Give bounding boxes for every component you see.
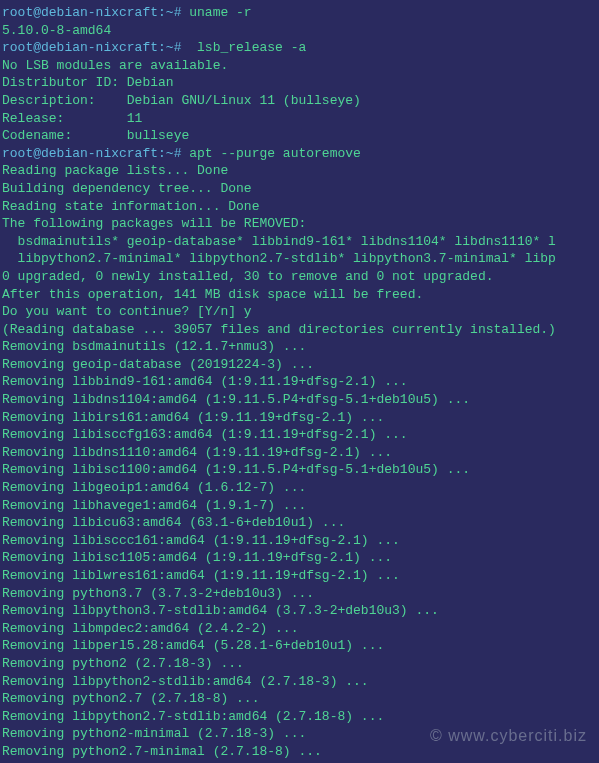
terminal-line: Removing python2.7 (2.7.18-8) ... bbox=[2, 690, 599, 708]
terminal-line: Removing libicu63:amd64 (63.1-6+deb10u1)… bbox=[2, 514, 599, 532]
shell-prompt: root@debian-nixcraft:~# bbox=[2, 5, 181, 20]
terminal-line: Removing liblwres161:amd64 (1:9.11.19+df… bbox=[2, 567, 599, 585]
terminal-line: Removing libgeoip1:amd64 (1.6.12-7) ... bbox=[2, 479, 599, 497]
terminal-line: Reading state information... Done bbox=[2, 198, 599, 216]
terminal-line: 0 upgraded, 0 newly installed, 30 to rem… bbox=[2, 268, 599, 286]
terminal-line: Removing libbind9-161:amd64 (1:9.11.19+d… bbox=[2, 373, 599, 391]
terminal-line: Removing python2.7-minimal (2.7.18-8) ..… bbox=[2, 743, 599, 761]
terminal-line: Removing libpython2-stdlib:amd64 (2.7.18… bbox=[2, 673, 599, 691]
terminal-line: Removing python3.7 (3.7.3-2+deb10u3) ... bbox=[2, 585, 599, 603]
terminal-line: Removing libisc1105:amd64 (1:9.11.19+dfs… bbox=[2, 549, 599, 567]
terminal-line: (Reading database ... 39057 files and di… bbox=[2, 321, 599, 339]
terminal-line: root@debian-nixcraft:~# lsb_release -a bbox=[2, 39, 599, 57]
terminal-line: Removing bsdmainutils (12.1.7+nmu3) ... bbox=[2, 338, 599, 356]
terminal-line: Removing libmpdec2:amd64 (2.4.2-2) ... bbox=[2, 620, 599, 638]
terminal-line: root@debian-nixcraft:~# uname -r bbox=[2, 4, 599, 22]
terminal-output: root@debian-nixcraft:~# uname -r5.10.0-8… bbox=[2, 4, 599, 761]
terminal-line: Removing libisccfg163:amd64 (1:9.11.19+d… bbox=[2, 426, 599, 444]
terminal-line: Description: Debian GNU/Linux 11 (bullse… bbox=[2, 92, 599, 110]
terminal-line: Release: 11 bbox=[2, 110, 599, 128]
terminal-line: Removing libperl5.28:amd64 (5.28.1-6+deb… bbox=[2, 637, 599, 655]
terminal-line: Distributor ID: Debian bbox=[2, 74, 599, 92]
shell-command: apt --purge autoremove bbox=[181, 146, 360, 161]
terminal-line: Removing libpython3.7-stdlib:amd64 (3.7.… bbox=[2, 602, 599, 620]
terminal-line: Building dependency tree... Done bbox=[2, 180, 599, 198]
terminal-line: bsdmainutils* geoip-database* libbind9-1… bbox=[2, 233, 599, 251]
terminal-line: Removing python2 (2.7.18-3) ... bbox=[2, 655, 599, 673]
terminal-line: Removing libpython2.7-stdlib:amd64 (2.7.… bbox=[2, 708, 599, 726]
terminal-line: Removing libhavege1:amd64 (1.9.1-7) ... bbox=[2, 497, 599, 515]
shell-command: lsb_release -a bbox=[181, 40, 306, 55]
terminal-line: Removing python2-minimal (2.7.18-3) ... bbox=[2, 725, 599, 743]
terminal-line: The following packages will be REMOVED: bbox=[2, 215, 599, 233]
terminal-line: libpython2.7-minimal* libpython2.7-stdli… bbox=[2, 250, 599, 268]
shell-command: uname -r bbox=[181, 5, 251, 20]
terminal-line: Reading package lists... Done bbox=[2, 162, 599, 180]
terminal-line: root@debian-nixcraft:~# apt --purge auto… bbox=[2, 145, 599, 163]
terminal-line: After this operation, 141 MB disk space … bbox=[2, 286, 599, 304]
terminal-line: Removing libisc1100:amd64 (1:9.11.5.P4+d… bbox=[2, 461, 599, 479]
terminal-line: No LSB modules are available. bbox=[2, 57, 599, 75]
shell-prompt: root@debian-nixcraft:~# bbox=[2, 40, 181, 55]
terminal-line: Removing libisccc161:amd64 (1:9.11.19+df… bbox=[2, 532, 599, 550]
terminal-line: Codename: bullseye bbox=[2, 127, 599, 145]
terminal-line: Removing libdns1110:amd64 (1:9.11.19+dfs… bbox=[2, 444, 599, 462]
terminal-line: Do you want to continue? [Y/n] y bbox=[2, 303, 599, 321]
shell-prompt: root@debian-nixcraft:~# bbox=[2, 146, 181, 161]
terminal-line: Removing geoip-database (20191224-3) ... bbox=[2, 356, 599, 374]
terminal-line: 5.10.0-8-amd64 bbox=[2, 22, 599, 40]
terminal-line: Removing libdns1104:amd64 (1:9.11.5.P4+d… bbox=[2, 391, 599, 409]
terminal-line: Removing libirs161:amd64 (1:9.11.19+dfsg… bbox=[2, 409, 599, 427]
